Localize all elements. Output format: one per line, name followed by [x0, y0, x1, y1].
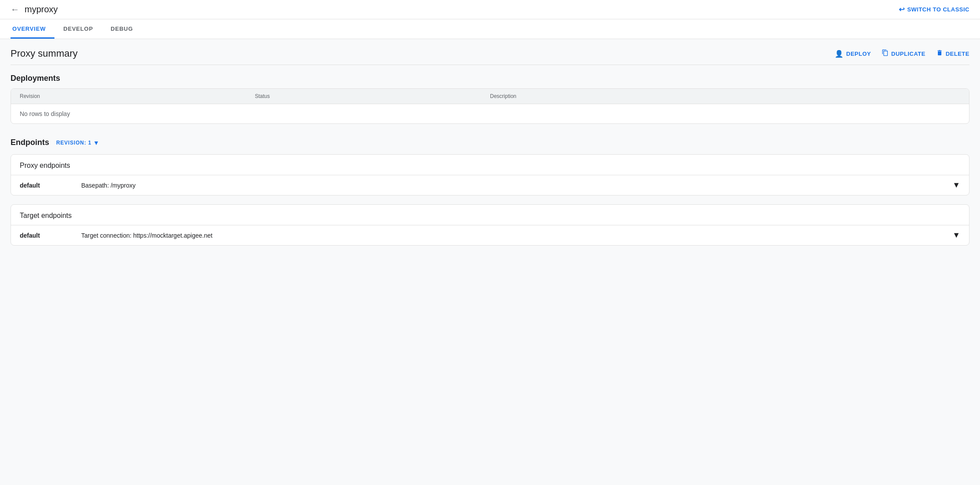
undo-icon: ↩	[899, 5, 905, 14]
deploy-icon: 👤	[835, 50, 844, 58]
table-header: Revision Status Description	[11, 89, 969, 104]
delete-icon	[936, 49, 943, 58]
top-bar-left: ← myproxy	[11, 4, 58, 14]
proxy-endpoints-title: Proxy endpoints	[11, 155, 969, 175]
target-endpoint-row-default[interactable]: default Target connection: https://mockt…	[11, 225, 969, 245]
revision-selector[interactable]: REVISION: 1 ▼	[56, 139, 100, 146]
proxy-title: myproxy	[25, 4, 58, 14]
endpoints-title: Endpoints	[11, 138, 49, 147]
no-rows-message: No rows to display	[20, 110, 960, 117]
revision-label: REVISION: 1	[56, 140, 91, 146]
target-endpoint-name: default	[20, 232, 72, 239]
delete-label: DELETE	[946, 51, 969, 57]
duplicate-icon	[882, 49, 889, 58]
endpoints-header: Endpoints REVISION: 1 ▼	[11, 138, 969, 147]
delete-button[interactable]: DELETE	[936, 49, 969, 58]
target-endpoints-title: Target endpoints	[11, 205, 969, 225]
action-buttons: 👤 DEPLOY DUPLICATE DELETE	[835, 49, 969, 58]
col-description: Description	[490, 93, 960, 99]
proxy-endpoint-detail: Basepath: /myproxy	[72, 182, 952, 189]
duplicate-label: DUPLICATE	[891, 51, 926, 57]
table-body: No rows to display	[11, 104, 969, 123]
duplicate-button[interactable]: DUPLICATE	[882, 49, 926, 58]
proxy-endpoint-row-default[interactable]: default Basepath: /myproxy ▼	[11, 175, 969, 195]
proxy-summary-title: Proxy summary	[11, 48, 78, 59]
deployments-title: Deployments	[11, 74, 969, 83]
target-endpoint-detail: Target connection: https://mocktarget.ap…	[72, 232, 952, 239]
deployments-section: Deployments Revision Status Description …	[11, 74, 969, 124]
expand-icon[interactable]: ▼	[952, 181, 960, 190]
tab-develop[interactable]: DEVELOP	[61, 19, 102, 39]
deploy-button[interactable]: 👤 DEPLOY	[835, 50, 871, 58]
col-status: Status	[255, 93, 490, 99]
back-button[interactable]: ←	[11, 4, 19, 14]
proxy-endpoints-card: Proxy endpoints default Basepath: /mypro…	[11, 154, 969, 195]
target-endpoints-card: Target endpoints default Target connecti…	[11, 204, 969, 246]
main-content: Proxy summary 👤 DEPLOY DUPLICATE DELETE …	[0, 39, 980, 480]
tab-overview[interactable]: OVERVIEW	[11, 19, 54, 39]
tab-debug[interactable]: DEBUG	[109, 19, 142, 39]
deployments-table: Revision Status Description No rows to d…	[11, 88, 969, 124]
switch-to-classic-button[interactable]: ↩ SWITCH TO CLASSIC	[899, 5, 969, 14]
top-bar: ← myproxy ↩ SWITCH TO CLASSIC	[0, 0, 980, 19]
target-expand-icon[interactable]: ▼	[952, 231, 960, 240]
proxy-summary-header: Proxy summary 👤 DEPLOY DUPLICATE DELETE	[11, 39, 969, 65]
switch-to-classic-label: SWITCH TO CLASSIC	[907, 6, 969, 13]
deploy-label: DEPLOY	[846, 51, 871, 57]
proxy-endpoint-name: default	[20, 182, 72, 189]
col-revision: Revision	[20, 93, 255, 99]
endpoints-section: Endpoints REVISION: 1 ▼ Proxy endpoints …	[11, 138, 969, 246]
chevron-down-icon: ▼	[93, 139, 100, 146]
tab-bar: OVERVIEW DEVELOP DEBUG	[0, 19, 980, 39]
